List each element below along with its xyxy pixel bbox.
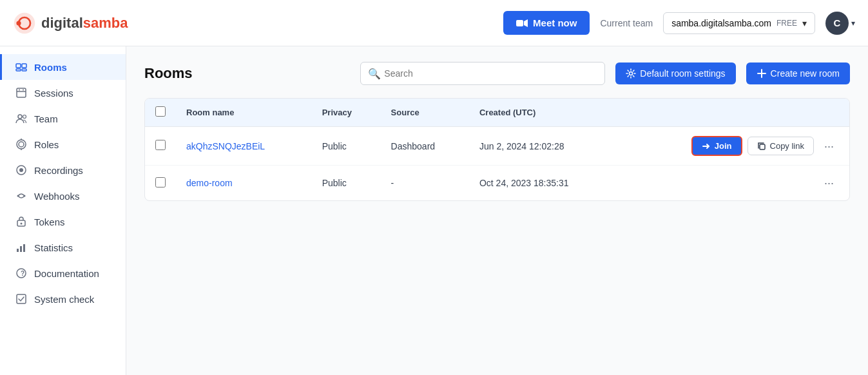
main-content: Rooms 🔍 Default room settings xyxy=(126,46,868,375)
sidebar-item-label: System check xyxy=(34,294,94,305)
room-actions-cell: ··· xyxy=(619,166,849,201)
svg-text:?: ? xyxy=(21,270,24,277)
chevron-down-icon: ▾ xyxy=(802,18,807,28)
sidebar-item-statistics[interactable]: Statistics xyxy=(0,235,126,260)
svg-rect-35 xyxy=(760,144,765,149)
sidebar-item-documentation[interactable]: ? Documentation xyxy=(0,260,126,286)
sidebar-item-label: Documentation xyxy=(34,268,99,279)
sidebar-item-system-check[interactable]: System check xyxy=(0,286,126,312)
svg-rect-6 xyxy=(22,64,26,68)
room-source-cell: - xyxy=(381,166,469,201)
team-selector[interactable]: samba.digitalsamba.com FREE ▾ xyxy=(663,12,815,34)
sidebar-item-label: Statistics xyxy=(34,242,73,253)
svg-point-16 xyxy=(17,140,26,149)
svg-rect-25 xyxy=(17,249,19,252)
svg-point-13 xyxy=(18,115,22,119)
svg-point-11 xyxy=(19,90,20,91)
room-name-cell: akQhzSNQJezBEiL xyxy=(176,127,312,166)
sidebar: Rooms Sessions xyxy=(0,46,126,375)
create-new-room-button[interactable]: Create new room xyxy=(746,63,850,84)
plus-icon xyxy=(757,68,767,79)
search-input[interactable] xyxy=(360,62,605,85)
statistics-icon xyxy=(15,241,28,254)
recordings-icon xyxy=(15,164,28,177)
table-header-source: Source xyxy=(381,99,469,127)
meet-now-button[interactable]: Meet now xyxy=(503,11,590,35)
room-source-cell: Dashboard xyxy=(381,127,469,166)
table-header-privacy: Privacy xyxy=(312,99,381,127)
table-header-actions xyxy=(619,99,849,127)
svg-point-12 xyxy=(23,90,24,91)
gear-icon xyxy=(626,68,636,79)
room-name-link[interactable]: demo-room xyxy=(186,178,233,188)
sidebar-item-sessions[interactable]: Sessions xyxy=(0,80,126,106)
svg-point-21 xyxy=(17,195,19,197)
sidebar-item-tokens[interactable]: Tokens xyxy=(0,209,126,235)
row-checkbox[interactable] xyxy=(155,140,166,150)
room-actions-cell: Join Copy link ··· xyxy=(619,127,849,166)
rooms-table: Room name Privacy Source Created (UTC) a… xyxy=(145,99,849,200)
svg-point-2 xyxy=(16,21,21,25)
svg-point-15 xyxy=(19,142,24,147)
row-checkbox-cell xyxy=(145,166,176,201)
more-options-button[interactable]: ··· xyxy=(819,138,839,155)
sidebar-item-roles[interactable]: Roles xyxy=(0,131,126,157)
header-actions: Meet now Current team samba.digitalsamba… xyxy=(503,11,855,35)
user-menu[interactable]: C ▾ xyxy=(825,12,855,35)
rooms-icon xyxy=(15,61,28,73)
default-room-settings-button[interactable]: Default room settings xyxy=(615,63,735,84)
sidebar-item-team[interactable]: Team xyxy=(0,106,126,131)
sidebar-item-label: Roles xyxy=(34,139,59,150)
svg-marker-4 xyxy=(524,19,528,27)
svg-rect-26 xyxy=(20,246,22,252)
join-button[interactable]: Join xyxy=(691,136,742,156)
room-privacy-cell: Public xyxy=(312,166,381,201)
copy-link-label: Copy link xyxy=(770,141,804,151)
svg-point-31 xyxy=(630,72,633,75)
table-row: akQhzSNQJezBEiL Public Dashboard Jun 2, … xyxy=(145,127,849,166)
svg-rect-8 xyxy=(22,69,26,71)
sidebar-item-webhooks[interactable]: Webhooks xyxy=(0,183,126,209)
select-all-checkbox[interactable] xyxy=(155,106,166,117)
svg-point-22 xyxy=(24,195,26,197)
copy-link-button[interactable]: Copy link xyxy=(747,137,814,155)
logo-text: digitalsamba xyxy=(41,15,128,32)
sidebar-item-rooms[interactable]: Rooms xyxy=(0,54,126,80)
avatar[interactable]: C xyxy=(825,12,849,35)
svg-rect-5 xyxy=(16,64,21,68)
table-header-row: Room name Privacy Source Created (UTC) xyxy=(145,99,849,127)
table-row: demo-room Public - Oct 24, 2023 18:35:31… xyxy=(145,166,849,201)
svg-point-14 xyxy=(23,115,26,119)
svg-rect-30 xyxy=(17,294,26,303)
table-header-checkbox xyxy=(145,99,176,127)
svg-point-24 xyxy=(21,223,23,225)
svg-rect-7 xyxy=(16,69,21,71)
sidebar-item-label: Webhooks xyxy=(34,191,80,202)
sidebar-item-label: Sessions xyxy=(34,88,73,99)
room-privacy-cell: Public xyxy=(312,127,381,166)
webhooks-icon xyxy=(15,189,28,202)
sidebar-item-label: Tokens xyxy=(34,216,65,227)
logo: digitalsamba xyxy=(13,12,128,35)
documentation-icon: ? xyxy=(15,267,28,280)
join-label: Join xyxy=(715,141,732,151)
sidebar-item-label: Recordings xyxy=(34,165,83,176)
app-header: digitalsamba Meet now Current team samba… xyxy=(0,0,868,46)
room-name-link[interactable]: akQhzSNQJezBEiL xyxy=(186,141,265,151)
room-created-cell: Oct 24, 2023 18:35:31 xyxy=(469,166,619,201)
chevron-down-icon: ▾ xyxy=(851,19,855,28)
sidebar-item-recordings[interactable]: Recordings xyxy=(0,157,126,183)
current-team-label: Current team xyxy=(600,18,653,28)
row-checkbox[interactable] xyxy=(155,177,166,188)
rooms-table-container: Room name Privacy Source Created (UTC) a… xyxy=(144,98,850,201)
more-options-button[interactable]: ··· xyxy=(819,175,839,191)
svg-rect-27 xyxy=(23,244,25,252)
join-icon xyxy=(702,142,711,151)
sidebar-item-label: Team xyxy=(34,113,58,124)
svg-rect-3 xyxy=(516,20,523,26)
page-title: Rooms xyxy=(144,65,193,82)
svg-rect-9 xyxy=(17,88,26,97)
search-icon: 🔍 xyxy=(368,68,381,80)
tokens-icon xyxy=(15,215,28,228)
copy-icon xyxy=(757,142,766,151)
